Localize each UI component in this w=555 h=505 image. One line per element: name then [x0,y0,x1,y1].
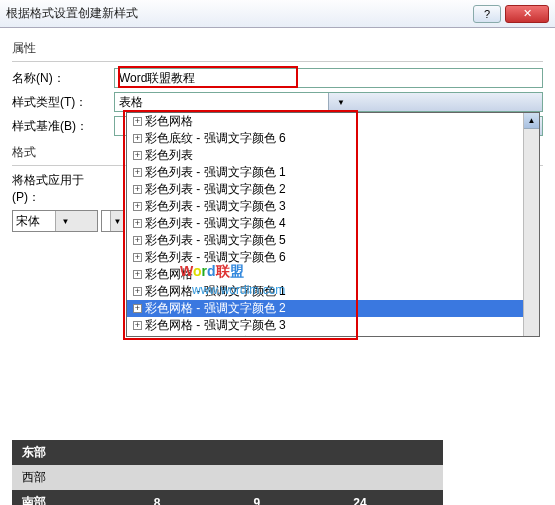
expand-icon: + [133,219,142,228]
dropdown-item-label: 彩色网格 [145,114,193,128]
expand-icon: + [133,287,142,296]
expand-icon: + [133,253,142,262]
expand-icon: + [133,202,142,211]
chevron-down-icon: ▼ [110,211,124,231]
table-cell: 西部 [12,465,144,490]
window-title: 根据格式设置创建新样式 [6,5,469,22]
dropdown-item-label: 彩色列表 - 强调文字颜色 4 [145,216,286,230]
dropdown-item[interactable]: +彩色列表 - 强调文字颜色 5 [127,232,539,249]
chevron-down-icon: ▼ [55,211,98,231]
font-extra-combo[interactable]: ▼ [101,210,125,232]
dropdown-item[interactable]: +彩色网格 - 强调文字颜色 3 [127,317,539,334]
dropdown-item[interactable]: +彩色网格 - 强调文字颜色 1 [127,283,539,300]
dropdown-item[interactable]: +彩色列表 - 强调文字颜色 3 [127,198,539,215]
dropdown-item-label: 彩色列表 - 强调文字颜色 5 [145,233,286,247]
table-cell: 东部 [12,440,144,465]
dropdown-item[interactable]: +彩色网格 [127,266,539,283]
dropdown-item[interactable]: +彩色列表 - 强调文字颜色 1 [127,164,539,181]
label-apply-to: 将格式应用于(P)： [12,172,114,206]
name-input[interactable] [114,68,543,88]
dropdown-item[interactable]: +彩色网格 [127,113,539,130]
table-row: 南部8924 [12,490,543,505]
table-cell [244,465,344,490]
label-style-base: 样式基准(B)： [12,118,114,135]
table-cell [244,440,344,465]
dropdown-item-label: 彩色列表 - 强调文字颜色 1 [145,165,286,179]
expand-icon: + [133,168,142,177]
section-properties: 属性 [12,36,543,62]
chevron-down-icon: ▼ [328,93,542,111]
expand-icon: + [133,151,142,160]
expand-icon: + [133,270,142,279]
expand-icon: + [133,236,142,245]
table-cell: 南部 [12,490,144,505]
style-type-combo[interactable]: 表格 ▼ [114,92,543,112]
table-cell [343,465,443,490]
dropdown-item-label: 彩色网格 - 强调文字颜色 3 [145,318,286,332]
expand-icon: + [133,134,142,143]
expand-icon: + [133,321,142,330]
dropdown-item-label: 彩色底纹 - 强调文字颜色 6 [145,131,286,145]
dropdown-item-label: 彩色网格 [145,267,193,281]
dropdown-item[interactable]: +彩色列表 - 强调文字颜色 4 [127,215,539,232]
dropdown-item-label: 彩色列表 - 强调文字颜色 6 [145,250,286,264]
font-value: 宋体 [13,213,55,230]
dropdown-item-label: 彩色网格 - 强调文字颜色 4 [145,335,286,337]
dropdown-item-label: 彩色网格 - 强调文字颜色 1 [145,284,286,298]
dropdown-item[interactable]: +彩色网格 - 强调文字颜色 4 [127,334,539,337]
expand-icon: + [133,117,142,126]
table-row: 东部 [12,440,543,465]
expand-icon: + [133,185,142,194]
table-cell [343,440,443,465]
dropdown-item-label: 彩色列表 - 强调文字颜色 2 [145,182,286,196]
help-button[interactable]: ? [473,5,501,23]
table-cell [144,465,244,490]
table-cell [144,440,244,465]
dropdown-item[interactable]: +彩色列表 [127,147,539,164]
dropdown-item[interactable]: +彩色列表 - 强调文字颜色 6 [127,249,539,266]
scroll-up-icon[interactable]: ▲ [524,113,539,129]
dropdown-item[interactable]: +彩色底纹 - 强调文字颜色 6 [127,130,539,147]
label-name: 名称(N)： [12,70,114,87]
style-type-value: 表格 [115,94,328,111]
label-style-type: 样式类型(T)： [12,94,114,111]
preview-table: 东部西部南部8924总计21182160 [12,440,543,505]
dropdown-item[interactable]: +彩色网格 - 强调文字颜色 2 [127,300,539,317]
expand-icon: + [133,304,142,313]
table-cell: 8 [144,490,244,505]
font-combo[interactable]: 宋体 ▼ [12,210,98,232]
scrollbar[interactable]: ▲ [523,113,539,336]
table-row: 西部 [12,465,543,490]
dropdown-item-label: 彩色列表 [145,148,193,162]
dropdown-item-label: 彩色列表 - 强调文字颜色 3 [145,199,286,213]
dialog-content: 属性 名称(N)： 样式类型(T)： 表格 ▼ 样式基准(B)： ▼ 格式 将格… [0,28,555,505]
close-button[interactable]: ✕ [505,5,549,23]
titlebar: 根据格式设置创建新样式 ? ✕ [0,0,555,28]
table-cell: 24 [343,490,443,505]
dropdown-item-label: 彩色网格 - 强调文字颜色 2 [145,301,286,315]
dropdown-item[interactable]: +彩色列表 - 强调文字颜色 2 [127,181,539,198]
table-cell: 9 [244,490,344,505]
style-base-dropdown-list[interactable]: ▲ +彩色网格+彩色底纹 - 强调文字颜色 6+彩色列表+彩色列表 - 强调文字… [126,112,540,337]
